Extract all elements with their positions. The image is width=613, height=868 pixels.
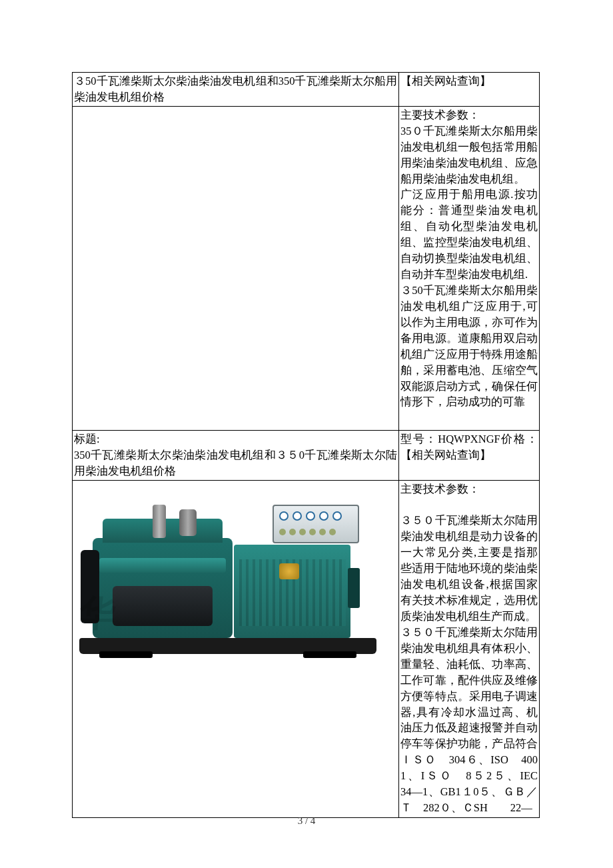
spec-table: ３50千瓦潍柴斯太尔柴油柴油发电机组和350千瓦潍柴斯太尔船用柴油发电机组价格 … xyxy=(72,72,540,818)
cell-site-query-1: 【相关网站查询】 xyxy=(399,73,540,107)
table-row: 主要技术参数： 35０千瓦潍柴斯太尔船用柴油发电机组一般包括常用船用柴油柴油发电… xyxy=(73,106,540,430)
cell-product-image: 华 xyxy=(73,480,399,817)
cell-title-marine: ３50千瓦潍柴斯太尔柴油柴油发电机组和350千瓦潍柴斯太尔船用柴油发电机组价格 xyxy=(73,73,399,107)
cell-empty-1 xyxy=(73,106,399,430)
generator-image: 华 xyxy=(73,481,396,673)
table-row: ３50千瓦潍柴斯太尔柴油柴油发电机组和350千瓦潍柴斯太尔船用柴油发电机组价格 … xyxy=(73,73,540,107)
page-number: 3 / 4 xyxy=(0,815,613,827)
table-row: 标题: 350千瓦潍柴斯太尔柴油柴油发电机组和３５0千瓦潍柴斯太尔陆用柴油发电机… xyxy=(73,430,540,480)
cell-spec-marine: 主要技术参数： 35０千瓦潍柴斯太尔船用柴油发电机组一般包括常用船用柴油柴油发电… xyxy=(399,106,540,430)
page-content: ３50千瓦潍柴斯太尔柴油柴油发电机组和350千瓦潍柴斯太尔船用柴油发电机组价格 … xyxy=(0,0,613,818)
table-row: 华 主要技术参数： ３５０千瓦潍柴斯太尔陆用柴油发电机组是动力设备的一大常见分类… xyxy=(73,480,540,817)
cell-spec-land: 主要技术参数： ３５０千瓦潍柴斯太尔陆用柴油发电机组是动力设备的一大常见分类,主… xyxy=(399,480,540,817)
cell-title-land: 标题: 350千瓦潍柴斯太尔柴油柴油发电机组和３５0千瓦潍柴斯太尔陆用柴油发电机… xyxy=(73,430,399,480)
cell-model-price: 型号：HQWPXNGF价格：【相关网站查询】 xyxy=(399,430,540,480)
